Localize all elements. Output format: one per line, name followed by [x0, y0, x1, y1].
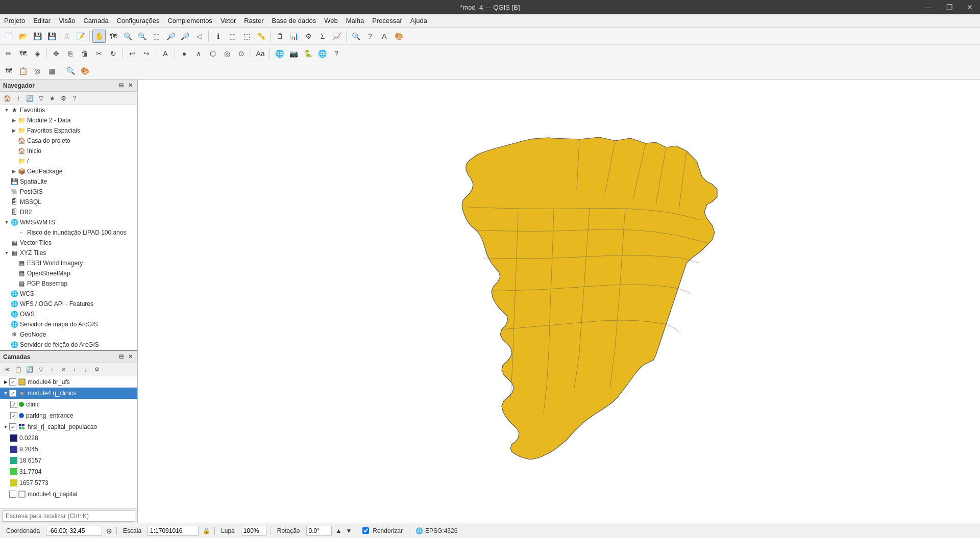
tree-item-postgis[interactable]: 🐘 PostGIS [0, 187, 137, 197]
nav-help-btn[interactable]: ? [69, 93, 80, 104]
layers-close-btn[interactable]: ✕ [126, 353, 134, 361]
search-input[interactable] [2, 510, 135, 522]
tree-item-osm[interactable]: ▦ OpenStreetMap [0, 268, 137, 278]
tree-item-geopackage[interactable]: ▶ 📦 GeoPackage [0, 166, 137, 176]
nav-refresh-btn[interactable]: 🔄 [24, 93, 35, 104]
layer-check-clinic[interactable] [10, 401, 17, 408]
layer-check-rj-capital[interactable] [9, 491, 16, 498]
tb-zoom-layer[interactable]: 🔎 [178, 30, 191, 43]
layer-check-rj-clinics[interactable] [9, 390, 16, 397]
tb-zoom-full[interactable]: 🔎 [164, 30, 177, 43]
close-button[interactable]: ✕ [960, 0, 980, 14]
tb-save-as[interactable]: 💾 [45, 30, 58, 43]
tb-zoom-out[interactable]: 🔍 [135, 30, 149, 43]
menu-camada[interactable]: Camada [79, 15, 112, 26]
tb-undo[interactable]: ↩ [126, 47, 139, 60]
tb-help[interactable]: ? [330, 47, 343, 60]
tb-print[interactable]: 🖨 [59, 30, 72, 43]
tb-copy-feat[interactable]: ⎘ [64, 47, 77, 60]
menu-web[interactable]: Web [320, 15, 342, 26]
layer-check-parking[interactable] [10, 412, 17, 419]
tb-add-line[interactable]: ∧ [192, 47, 205, 60]
rotation-input[interactable] [306, 526, 332, 536]
tree-item-root[interactable]: 📁 / [0, 156, 137, 166]
nav-options-btn[interactable]: ⚙ [58, 93, 68, 104]
tree-item-risco[interactable]: ↔ Risco de inundação LiPAD 100 anos [0, 227, 137, 238]
tb-zoom-prev[interactable]: ◁ [192, 30, 206, 43]
tb-save[interactable]: 💾 [31, 30, 44, 43]
nav-float-btn[interactable]: ⊟ [117, 82, 125, 90]
tree-item-inicio[interactable]: 🏠 Inicio [0, 146, 137, 156]
tb-delete[interactable]: 🗑 [78, 47, 91, 60]
tb-map-tool2[interactable]: 📋 [16, 64, 30, 78]
tb-label[interactable]: A [378, 30, 391, 43]
tb-zoom-in[interactable]: 🔍 [121, 30, 134, 43]
rotation-down-icon[interactable]: ▼ [346, 527, 352, 534]
menu-malha[interactable]: Malha [342, 15, 368, 26]
layers-up-btn[interactable]: ↑ [69, 365, 80, 375]
tb-field-calc[interactable]: ⚙ [302, 30, 315, 43]
menu-ajuda[interactable]: Ajuda [406, 15, 431, 26]
tb-identify[interactable]: ℹ [211, 30, 225, 43]
layers-options-btn[interactable]: ⚙ [92, 365, 102, 375]
layer-item-br-ufs[interactable]: ▶ module4 br_ufs [0, 376, 137, 388]
tb-cut[interactable]: ✂ [92, 47, 106, 60]
tb-attribute[interactable]: 🗒 [273, 30, 286, 43]
layer-item-hrsl[interactable]: ▼ hrsl_rj_capital_populacao [0, 421, 137, 432]
tb-fill-ring[interactable]: ⊙ [235, 47, 248, 60]
tb-map-tool3[interactable]: ◎ [31, 64, 44, 78]
tb-pan[interactable]: ✋ [92, 30, 106, 43]
tb-digitize[interactable]: ✏ [2, 47, 15, 60]
tree-item-xyz[interactable]: ▼ ▦ XYZ Tiles [0, 248, 137, 258]
crs-item[interactable]: 🌐 EPSG:4326 [413, 527, 459, 534]
tb-stat[interactable]: 📊 [287, 30, 301, 43]
layer-item-val3[interactable]: 18.6157 [0, 455, 137, 466]
tb-measure[interactable]: 📏 [254, 30, 267, 43]
layers-add-btn[interactable]: + [47, 365, 57, 375]
minimize-button[interactable]: — [919, 0, 939, 14]
tb-open[interactable]: 📂 [16, 30, 30, 43]
layer-item-val5[interactable]: 1657.5773 [0, 477, 137, 489]
layers-filter-btn[interactable]: ▽ [36, 365, 46, 375]
tb-map-tool1[interactable]: 🗺 [2, 64, 15, 78]
tree-item-wmswmts[interactable]: ▼ 🌐 WMS/WMTS [0, 217, 137, 227]
tree-item-module2[interactable]: ▶ 📁 Module 2 - Data [0, 115, 137, 125]
layers-down-btn[interactable]: ↓ [81, 365, 91, 375]
tree-item-ows[interactable]: 🌐 OWS [0, 309, 137, 319]
map-area[interactable] [138, 80, 980, 523]
layer-item-rj-clinics[interactable]: ▼ module4 rj_clinics [0, 388, 137, 399]
tree-item-wcs[interactable]: 🌐 WCS [0, 289, 137, 299]
coord-input[interactable] [46, 526, 102, 536]
render-checkbox[interactable] [362, 527, 369, 534]
tb-label-edit[interactable]: A [159, 47, 172, 60]
layer-item-parking[interactable]: parking_entrance [0, 410, 137, 421]
menu-base-dados[interactable]: Base de dados [268, 15, 321, 26]
menu-vetor[interactable]: Vetor [216, 15, 240, 26]
tree-item-arcgis-feat[interactable]: 🌐 Servidor de feição do ArcGIS [0, 340, 137, 350]
tb-style[interactable]: 🎨 [78, 64, 91, 78]
menu-configuracoes[interactable]: Configurações [113, 15, 164, 26]
layer-item-rj-capital[interactable]: module4 rj_capital [0, 489, 137, 500]
tb-render[interactable]: 🎨 [392, 30, 405, 43]
menu-editar[interactable]: Editar [29, 15, 55, 26]
menu-processar[interactable]: Processar [368, 15, 406, 26]
nav-home-btn[interactable]: 🏠 [2, 93, 12, 104]
tb-add-polygon[interactable]: ⬡ [206, 47, 219, 60]
nav-up-btn[interactable]: ↑ [13, 93, 23, 104]
tree-item-vector-tiles[interactable]: ▦ Vector Tiles [0, 238, 137, 248]
tb-python[interactable]: 🐍 [301, 47, 314, 60]
tb-query[interactable]: ? [363, 30, 377, 43]
tb-vertex[interactable]: ◈ [31, 47, 44, 60]
layers-copy-btn[interactable]: 📋 [13, 365, 23, 375]
rotation-up-icon[interactable]: ▲ [336, 527, 342, 534]
tb-sum[interactable]: Σ [316, 30, 329, 43]
menu-visao[interactable]: Visão [55, 15, 79, 26]
tb-redo[interactable]: ↪ [140, 47, 153, 60]
tb-chart[interactable]: 📈 [330, 30, 344, 43]
tree-item-arcgis-map[interactable]: 🌐 Servidor de mapa do ArcGIS [0, 319, 137, 329]
maximize-button[interactable]: ❐ [939, 0, 960, 14]
tree-item-mssql[interactable]: 🗄 MSSQL [0, 197, 137, 207]
tb-move-feat[interactable]: ✥ [50, 47, 63, 60]
nav-close-btn[interactable]: ✕ [126, 82, 134, 90]
tb-label2[interactable]: Aa [254, 47, 267, 60]
